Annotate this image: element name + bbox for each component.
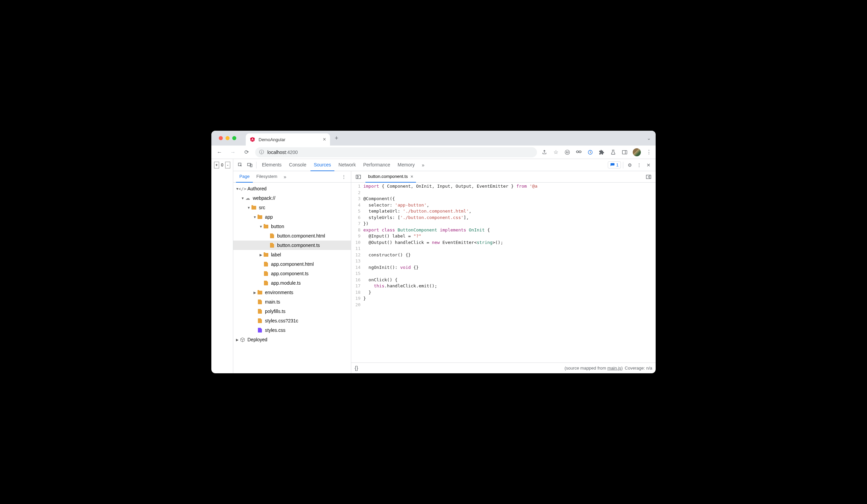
source-map-link[interactable]: main.js [608, 365, 621, 371]
tree-app-module[interactable]: app.module.ts [233, 278, 351, 288]
devtools: Elements Console Sources Network Perform… [233, 159, 656, 373]
line-gutter: 1234567891011121314151617181920 [351, 183, 363, 362]
tree-button-html[interactable]: button.component.html [233, 231, 351, 241]
tab-title: DemoAngular [258, 137, 320, 142]
new-tab-button[interactable]: + [333, 133, 340, 143]
source-mapped-text: (source mapped from main.js) [565, 365, 623, 371]
bookmark-icon[interactable]: ☆ [553, 149, 559, 156]
sources-navigator: Page Filesystem » ⋮ ▼</>Authored ▼☁webpa… [233, 171, 351, 373]
browser-window: DemoAngular × + ⌄ ← → ⟳ ⓘ localhost:4200… [211, 131, 656, 373]
plus-button[interactable]: + [214, 162, 219, 168]
close-devtools-icon[interactable]: ✕ [644, 161, 653, 169]
devtools-tabs: Elements Console Sources Network Perform… [233, 159, 656, 171]
coverage-text: Coverage: n/a [625, 365, 652, 371]
tab-elements[interactable]: Elements [258, 159, 285, 171]
tab-sources[interactable]: Sources [310, 159, 334, 171]
nav-more-icon[interactable]: » [281, 173, 290, 181]
zero-button[interactable]: 0 [220, 162, 225, 168]
tree-webpack[interactable]: ▼☁webpack:// [233, 193, 351, 203]
code-icon: </> [239, 186, 245, 192]
tree-app[interactable]: ▼app [233, 212, 351, 222]
tree-env-folder[interactable]: ▶environments [233, 288, 351, 297]
profile-avatar[interactable] [633, 148, 641, 156]
tree-styles-q[interactable]: styles.css?231c [233, 316, 351, 326]
tab-strip: DemoAngular × + ⌄ [211, 131, 656, 145]
issues-count: 1 [616, 162, 619, 167]
toggle-debugger-icon[interactable] [644, 173, 653, 181]
svg-point-2 [568, 152, 568, 152]
toolbar: ← → ⟳ ⓘ localhost:4200 ☆ ⋮ [211, 145, 656, 159]
angular-icon [250, 137, 255, 142]
nav-tab-page[interactable]: Page [236, 171, 253, 183]
editor-tab[interactable]: button.component.ts × [365, 171, 416, 183]
tree-src[interactable]: ▼src [233, 203, 351, 212]
tree-app-html[interactable]: app.component.html [233, 260, 351, 269]
close-file-icon[interactable]: × [410, 174, 413, 179]
tree-authored[interactable]: ▼</>Authored [233, 184, 351, 193]
folder-icon [251, 205, 257, 210]
menu-icon[interactable]: ⋮ [645, 149, 652, 156]
tree-deployed[interactable]: ▶Deployed [233, 335, 351, 344]
tree-app-ts[interactable]: app.component.ts [233, 269, 351, 278]
toolbar-actions: ☆ ⋮ [541, 148, 652, 156]
more-tabs-icon[interactable]: » [419, 161, 427, 169]
tree-polyfills[interactable]: polyfills.ts [233, 307, 351, 316]
file-icon [257, 327, 263, 333]
folder-icon [263, 223, 269, 229]
issues-button[interactable]: 1 [608, 161, 621, 168]
forward-button[interactable]: → [228, 147, 238, 157]
settings-icon[interactable]: ⚙ [625, 161, 634, 169]
back-button[interactable]: ← [215, 147, 224, 157]
share-icon[interactable] [541, 149, 548, 156]
nav-tab-filesystem[interactable]: Filesystem [253, 171, 280, 183]
tab-network[interactable]: Network [335, 159, 359, 171]
close-tab-icon[interactable]: × [323, 136, 326, 143]
address-bar[interactable]: ⓘ localhost:4200 [255, 147, 537, 157]
file-icon [269, 242, 275, 248]
reload-button[interactable]: ⟳ [242, 147, 251, 157]
maximize-window-button[interactable] [232, 136, 236, 140]
tabs-dropdown-icon[interactable]: ⌄ [642, 135, 656, 141]
tab-performance[interactable]: Performance [360, 159, 393, 171]
extensions-icon[interactable] [598, 149, 605, 156]
file-icon [263, 271, 269, 277]
tree-label-folder[interactable]: ▶label [233, 250, 351, 260]
code-editor[interactable]: 1234567891011121314151617181920 import {… [351, 183, 656, 362]
file-icon [269, 233, 275, 239]
editor-tabs: button.component.ts × [351, 171, 656, 183]
device-toolbar-icon[interactable] [245, 161, 254, 169]
inspect-icon[interactable] [236, 161, 245, 169]
extension-icon-1[interactable] [575, 149, 582, 156]
tree-main[interactable]: main.ts [233, 297, 351, 307]
navigator-tabs: Page Filesystem » ⋮ [233, 171, 351, 183]
toggle-navigator-icon[interactable] [354, 173, 363, 181]
minimize-window-button[interactable] [225, 136, 229, 140]
tab-memory[interactable]: Memory [394, 159, 418, 171]
divider [256, 162, 257, 168]
svg-rect-6 [622, 150, 627, 154]
more-menu-icon[interactable]: ⋮ [635, 161, 643, 169]
nav-menu-icon[interactable]: ⋮ [340, 173, 348, 181]
extension-icon-2[interactable] [587, 149, 593, 156]
file-icon [263, 261, 269, 267]
minus-button[interactable]: - [225, 162, 230, 168]
side-panel-icon[interactable] [621, 149, 628, 156]
editor-tab-label: button.component.ts [368, 174, 408, 179]
format-icon[interactable]: {} [355, 365, 358, 371]
tree-styles[interactable]: styles.css [233, 326, 351, 335]
incognito-icon[interactable] [564, 149, 571, 156]
content-area: + 0 - Elements Console Sources Network P… [211, 159, 656, 373]
window-controls [215, 136, 240, 140]
folder-icon [257, 289, 263, 295]
url-text: localhost:4200 [267, 150, 298, 155]
browser-tab[interactable]: DemoAngular × [246, 133, 330, 145]
close-window-button[interactable] [219, 136, 223, 140]
file-icon [257, 308, 263, 314]
folder-icon [257, 214, 263, 220]
site-info-icon[interactable]: ⓘ [259, 149, 264, 155]
labs-icon[interactable] [610, 149, 617, 156]
tab-console[interactable]: Console [286, 159, 309, 171]
divider [623, 162, 623, 168]
tree-button-folder[interactable]: ▼button [233, 222, 351, 231]
tree-button-ts[interactable]: button.component.ts [233, 241, 351, 250]
